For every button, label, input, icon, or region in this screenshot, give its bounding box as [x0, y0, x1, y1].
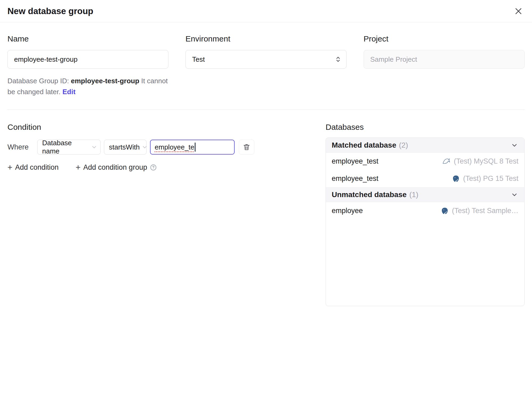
add-condition-button[interactable]: + Add condition	[7, 163, 59, 172]
new-database-group-dialog: New database group Name Database Group I…	[0, 0, 532, 306]
chevron-down-icon	[141, 144, 148, 151]
condition-field-select[interactable]: Database name	[37, 140, 101, 155]
database-environment-label: (Test) MySQL 8 Test	[454, 157, 518, 165]
group-id-help: Database Group ID: employee-test-group I…	[7, 76, 168, 97]
database-environment-label: (Test) Test Sample…	[452, 207, 518, 215]
databases-heading: Databases	[326, 122, 525, 132]
postgresql-icon	[452, 175, 460, 183]
unmatched-database-header[interactable]: Unmatched database (1)	[326, 187, 524, 202]
condition-value-input[interactable]: employee_te	[150, 140, 235, 155]
environment-select[interactable]: Test	[185, 50, 346, 69]
where-label: Where	[7, 143, 29, 151]
matched-database-title: Matched database	[332, 141, 396, 149]
add-condition-group-button[interactable]: + Add condition group ?	[76, 163, 157, 172]
matched-database-count: (2)	[399, 141, 408, 149]
group-id-help-prefix: Database Group ID:	[7, 77, 69, 85]
databases-section: Databases Matched database (2) employee_…	[326, 122, 525, 306]
dialog-title: New database group	[7, 6, 93, 16]
chevron-down-icon	[510, 191, 518, 199]
condition-heading: Condition	[7, 122, 319, 132]
section-divider	[7, 110, 525, 110]
database-row: employee_test (Test) MySQL 8 Test	[326, 153, 524, 170]
condition-operator-select[interactable]: startsWith	[104, 140, 147, 155]
plus-icon: +	[7, 163, 13, 172]
svg-text:?: ?	[152, 165, 155, 169]
condition-field-value: Database name	[42, 139, 89, 155]
unmatched-database-title: Unmatched database	[332, 190, 407, 199]
edit-link[interactable]: Edit	[63, 88, 76, 96]
name-input[interactable]	[7, 50, 168, 69]
name-field: Name Database Group ID: employee-test-gr…	[7, 34, 168, 97]
database-instance: (Test) MySQL 8 Test	[442, 157, 518, 166]
help-circle-icon: ?	[150, 164, 157, 171]
database-name: employee	[332, 207, 363, 215]
text-caret	[195, 143, 196, 152]
close-icon	[514, 6, 523, 16]
close-button[interactable]	[512, 5, 525, 17]
database-name: employee_test	[332, 157, 379, 165]
add-condition-group-label: Add condition group	[83, 163, 147, 172]
environment-field: Environment Test	[185, 34, 346, 97]
databases-panel: Matched database (2) employee_test	[326, 138, 525, 306]
mysql-icon	[442, 157, 451, 166]
condition-value-text: employee_te	[155, 143, 194, 151]
trash-icon	[243, 143, 251, 151]
chevron-down-icon	[91, 144, 98, 151]
add-condition-label: Add condition	[15, 163, 59, 172]
database-name: employee_test	[332, 174, 379, 183]
dialog-body: Name Database Group ID: employee-test-gr…	[0, 34, 532, 306]
group-id-value: employee-test-group	[71, 77, 139, 85]
chevron-down-icon	[510, 141, 518, 149]
project-input[interactable]	[364, 50, 525, 69]
delete-condition-button[interactable]	[239, 140, 254, 155]
condition-row: Where Database name startsWith	[7, 140, 319, 155]
project-field: Project	[364, 34, 525, 97]
environment-selected-value: Test	[192, 55, 205, 64]
condition-operator-value: startsWith	[109, 143, 140, 151]
matched-database-header[interactable]: Matched database (2)	[326, 138, 524, 153]
condition-section: Condition Where Database name startsWith	[7, 122, 319, 172]
database-environment-label: (Test) PG 15 Test	[463, 174, 518, 183]
database-instance: (Test) Test Sample…	[441, 207, 518, 215]
dialog-header: New database group	[0, 0, 532, 22]
name-label: Name	[7, 34, 168, 44]
database-row: employee_test (Test) PG 15 Test	[326, 170, 524, 187]
database-instance: (Test) PG 15 Test	[452, 174, 518, 183]
chevron-up-down-icon	[334, 55, 342, 63]
unmatched-database-count: (1)	[409, 190, 418, 199]
database-row: employee (Test) Test Sample…	[326, 202, 524, 219]
condition-actions: + Add condition + Add condition group ?	[7, 163, 319, 172]
environment-label: Environment	[185, 34, 346, 44]
plus-icon: +	[76, 163, 81, 172]
postgresql-icon	[441, 207, 449, 215]
group-form: Name Database Group ID: employee-test-gr…	[7, 34, 525, 97]
project-label: Project	[364, 34, 525, 44]
